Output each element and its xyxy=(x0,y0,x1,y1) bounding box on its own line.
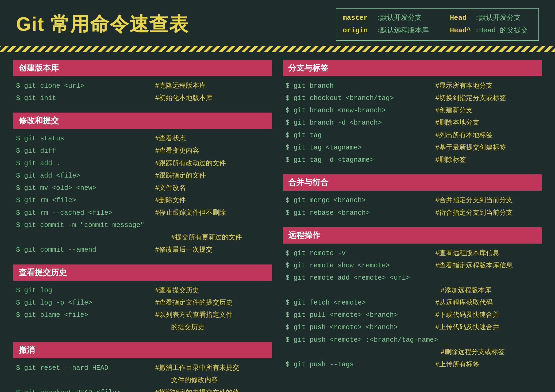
cmd-remote-add: $ git remote add <remote> <url> xyxy=(286,272,435,284)
cmd-log: $ git log xyxy=(16,285,155,297)
list-item: $ git remote add <remote> <url> xyxy=(286,272,539,284)
comment-push-delete: #删除远程分支或标签 xyxy=(286,346,505,359)
list-item: $ git checkout HEAD <file> #撤消指定的未提交文件的修 xyxy=(16,387,269,392)
legend-box: master :默认开发分支 Head :默认开发分支 origin :默认远程… xyxy=(336,8,539,41)
comment-checkout-branch: #切换到指定分支或标签 xyxy=(435,92,506,105)
list-item: #删除远程分支或标签 xyxy=(286,346,539,359)
list-item: $ git mv <old> <new> #文件改名 xyxy=(16,182,269,194)
page-title: Git 常用命令速查表 xyxy=(16,11,189,37)
cmd-checkout-head: $ git checkout HEAD <file> xyxy=(16,387,155,392)
comment-blame: #以列表方式查看指定文件 xyxy=(155,309,233,321)
page: Git 常用命令速查表 master :默认开发分支 Head :默认开发分支 … xyxy=(0,0,555,392)
cmd-merge: $ git merge <branch> xyxy=(286,194,435,207)
cmd-clone: $ git clone <url> xyxy=(16,80,155,92)
comment-push-tags: #上传所有标签 xyxy=(435,359,479,371)
comment-remote-v: #查看远程版本库信息 xyxy=(435,247,499,260)
section-create-repo: 创建版本库 $ git clone <url> #克隆远程版本库 $ git i… xyxy=(13,60,272,105)
legend-key-origin: origin xyxy=(343,26,368,34)
section-body-remote: $ git remote -v #查看远程版本库信息 $ git remote … xyxy=(283,247,542,371)
cmd-commit-m: $ git commit -m "commit message" xyxy=(16,219,155,232)
comment-tag-name: #基于最新提交创建标签 xyxy=(435,142,506,154)
list-item: $ git push <remote> :<branch/tag-name> xyxy=(286,334,539,346)
list-item: $ git log -p <file> #查看指定文件的提交历史 xyxy=(16,297,269,309)
section-header-branch: 分支与标签 xyxy=(283,60,542,76)
comment-branch-d: #删除本地分支 xyxy=(435,117,479,129)
comment-add-file: #跟踪指定的文件 xyxy=(155,170,206,182)
cmd-add-dot: $ git add . xyxy=(16,157,155,170)
comment-log: #查看提交历史 xyxy=(155,285,199,297)
cmd-rm: $ git rm <file> xyxy=(16,194,155,207)
list-item: $ git rm <file> #删除文件 xyxy=(16,194,269,207)
comment-branch: #显示所有本地分支 xyxy=(435,80,493,92)
section-body-modify: $ git status #查看状态 $ git diff #查看变更内容 $ … xyxy=(13,133,272,256)
section-remote: 远程操作 $ git remote -v #查看远程版本库信息 $ git re… xyxy=(283,227,542,371)
list-item: $ git branch <new-branch> #创建新分支 xyxy=(286,105,539,117)
comment-remote-show: #查看指定远程版本库信息 xyxy=(435,260,513,272)
comment-merge: #合并指定分支到当前分支 xyxy=(435,194,513,207)
cmd-fetch: $ git fetch <remote> xyxy=(286,297,435,309)
left-column: 创建版本库 $ git clone <url> #克隆远程版本库 $ git i… xyxy=(13,60,272,392)
list-item: $ git branch #显示所有本地分支 xyxy=(286,80,539,92)
list-item: $ git remote show <remote> #查看指定远程版本库信息 xyxy=(286,260,539,272)
section-header-history: 查看提交历史 xyxy=(13,264,272,281)
comment-status: #查看状态 xyxy=(155,133,186,145)
cmd-rm-cached: $ git rm --cached <file> xyxy=(16,207,155,219)
list-item: $ git fetch <remote> #从远程库获取代码 xyxy=(286,297,539,309)
cmd-pull: $ git pull <remote> <branch> xyxy=(286,309,435,321)
list-item: $ git branch -d <branch> #删除本地分支 xyxy=(286,117,539,129)
comment-log-p: #查看指定文件的提交历史 xyxy=(155,297,233,309)
comment-reset-hard-cont: 文件的修改内容 xyxy=(16,374,218,387)
section-merge: 合并与衍合 $ git merge <branch> #合并指定分支到当前分支 … xyxy=(283,174,542,219)
cmd-remote-v: $ git remote -v xyxy=(286,247,435,260)
list-item: $ git rebase <branch> #衍合指定分支到当前分支 xyxy=(286,207,539,219)
section-header-create-repo: 创建版本库 xyxy=(13,60,272,76)
legend-key-head: Head xyxy=(450,14,467,22)
cmd-log-p: $ git log -p <file> xyxy=(16,297,155,309)
comment-commit-amend: #修改最后一次提交 xyxy=(155,244,213,256)
list-item: $ git log #查看提交历史 xyxy=(16,285,269,297)
cmd-branch: $ git branch xyxy=(286,80,435,92)
list-item: $ git commit --amend #修改最后一次提交 xyxy=(16,244,269,256)
list-item: 文件的修改内容 xyxy=(16,374,269,387)
cmd-blame: $ git blame <file> xyxy=(16,309,155,321)
cmd-mv: $ git mv <old> <new> xyxy=(16,182,155,194)
list-item: $ git remote -v #查看远程版本库信息 xyxy=(286,247,539,260)
main-content: 创建版本库 $ git clone <url> #克隆远程版本库 $ git i… xyxy=(0,60,555,392)
comment-rebase: #衍合指定分支到当前分支 xyxy=(435,207,513,219)
list-item: $ git tag -d <tagname> #删除标签 xyxy=(286,154,539,166)
list-item: $ git tag #列出所有本地标签 xyxy=(286,129,539,142)
cmd-branch-d: $ git branch -d <branch> xyxy=(286,117,435,129)
cmd-diff: $ git diff xyxy=(16,145,155,157)
cmd-push-delete: $ git push <remote> :<branch/tag-name> xyxy=(286,334,438,346)
cmd-tag: $ git tag xyxy=(286,129,435,142)
section-body-undo: $ git reset --hard HEAD #撤消工作目录中所有未提交 文件… xyxy=(13,362,272,392)
list-item: $ git diff #查看变更内容 xyxy=(16,145,269,157)
top-divider xyxy=(0,46,555,52)
list-item: $ git merge <branch> #合并指定分支到当前分支 xyxy=(286,194,539,207)
cmd-tag-name: $ git tag <tagname> xyxy=(286,142,435,154)
section-header-merge: 合并与衍合 xyxy=(283,174,542,191)
list-item: $ git push --tags #上传所有标签 xyxy=(286,359,539,371)
list-item: $ git status #查看状态 xyxy=(16,133,269,145)
list-item: #提交所有更新过的文件 xyxy=(16,232,269,244)
comment-clone: #克隆远程版本库 xyxy=(155,80,206,92)
list-item: $ git add . #跟踪所有改动过的文件 xyxy=(16,157,269,170)
cmd-add-file: $ git add <file> xyxy=(16,170,155,182)
list-item: $ git pull <remote> <branch> #下载代码及快速合并 xyxy=(286,309,539,321)
comment-push: #上传代码及快速合并 xyxy=(435,321,499,334)
section-body-history: $ git log #查看提交历史 $ git log -p <file> #查… xyxy=(13,285,272,334)
legend-key-headcaret: Head^ xyxy=(450,26,471,34)
comment-add-dot: #跟踪所有改动过的文件 xyxy=(155,157,226,170)
list-item: $ git blame <file> #以列表方式查看指定文件 xyxy=(16,309,269,321)
list-item: $ git checkout <branch/tag> #切换到指定分支或标签 xyxy=(286,92,539,105)
header: Git 常用命令速查表 master :默认开发分支 Head :默认开发分支 … xyxy=(0,0,555,46)
section-modify-commit: 修改和提交 $ git status #查看状态 $ git diff #查看变… xyxy=(13,113,272,256)
section-header-undo: 撤消 xyxy=(13,342,272,358)
cmd-push: $ git push <remote> <branch> xyxy=(286,321,435,334)
list-item: $ git init #初始化本地版本库 xyxy=(16,92,269,105)
comment-fetch: #从远程库获取代码 xyxy=(435,297,493,309)
list-item: $ git reset --hard HEAD #撤消工作目录中所有未提交 xyxy=(16,362,269,374)
comment-rm-cached: #停止跟踪文件但不删除 xyxy=(155,207,226,219)
list-item: $ git commit -m "commit message" xyxy=(16,219,269,232)
list-item: $ git push <remote> <branch> #上传代码及快速合并 xyxy=(286,321,539,334)
